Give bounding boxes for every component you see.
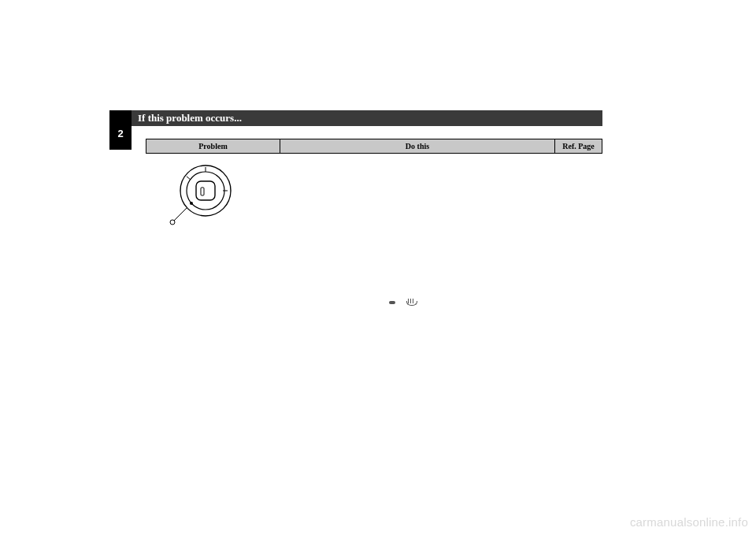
manual-page: 2 If this problem occurs... Problem Do t… <box>0 0 756 535</box>
left-margin-strip <box>132 126 146 418</box>
section-title: If this problem occurs... <box>138 112 242 124</box>
indicator-dash-icon <box>389 301 395 304</box>
chapter-number: 2 <box>109 128 132 139</box>
ignition-switch-diagram <box>157 159 243 246</box>
center-indicator-icons <box>389 298 436 307</box>
watermark-text: carmanualsonline.info <box>630 515 748 529</box>
table-header-row: Problem Do this Ref. Page <box>146 139 602 154</box>
svg-rect-4 <box>196 181 215 200</box>
content-area: 2 If this problem occurs... Problem Do t… <box>109 110 602 418</box>
col-header-ref-page: Ref. Page <box>555 139 602 154</box>
troubleshoot-table: Problem Do this Ref. Page <box>146 139 602 154</box>
svg-point-1 <box>170 220 175 225</box>
chapter-tab: 2 <box>109 110 132 150</box>
col-header-problem: Problem <box>146 139 280 154</box>
defrost-icon <box>406 299 416 306</box>
col-header-do-this: Do this <box>280 139 555 154</box>
svg-point-9 <box>190 202 193 205</box>
section-header-bar: If this problem occurs... <box>132 110 602 126</box>
ignition-switch-icon <box>157 159 243 246</box>
